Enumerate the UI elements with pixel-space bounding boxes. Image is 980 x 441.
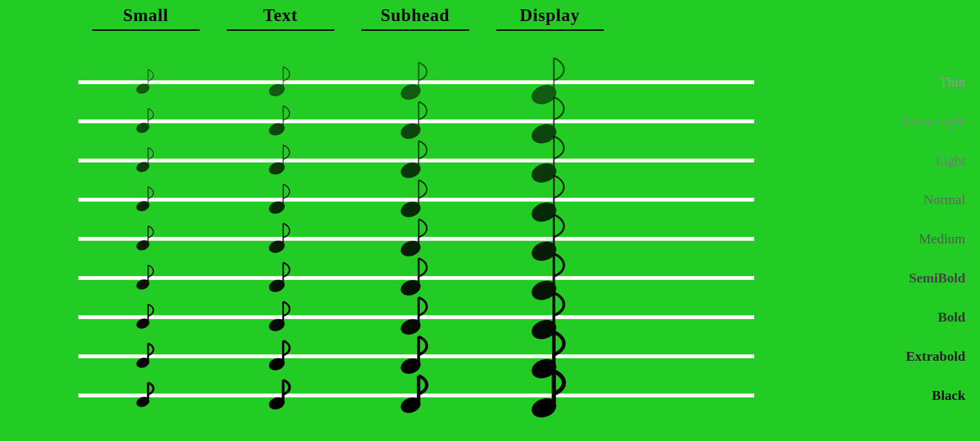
row-label-4: Medium	[903, 219, 965, 258]
row-label-6: Bold	[903, 298, 965, 337]
main-container: Small Text Subhead Display ThinExtra Lig…	[0, 0, 980, 441]
col-header-line-display	[496, 29, 604, 31]
cell-8-2	[348, 364, 482, 427]
col-header-small: Small	[78, 5, 213, 31]
note-glyph-8-3	[528, 364, 571, 427]
row-label-5: SemiBold	[903, 258, 965, 298]
cell-8-3	[482, 364, 617, 427]
col-header-label-text: Text	[213, 5, 348, 25]
cell-8-0	[78, 364, 213, 427]
row-label-7: Extrabold	[903, 337, 965, 376]
col-header-line-subhead	[361, 29, 469, 31]
column-headers: Small Text Subhead Display	[78, 5, 617, 31]
col-header-label-small: Small	[78, 5, 213, 25]
col-header-line-small	[92, 29, 200, 31]
row-labels: ThinExtra LightLightNormalMediumSemiBold…	[903, 63, 965, 415]
note-glyph-8-0	[135, 379, 157, 413]
col-header-label-display: Display	[482, 5, 617, 25]
note-glyph-8-1	[267, 375, 294, 416]
row-label-0: Thin	[903, 63, 965, 102]
col-header-label-subhead: Subhead	[348, 5, 482, 25]
grid-area	[78, 63, 754, 415]
row-label-8: Black	[903, 376, 965, 415]
row-label-1: Extra Light	[903, 102, 965, 141]
col-header-display: Display	[482, 5, 617, 31]
col-header-text: Text	[213, 5, 348, 31]
cell-8-1	[213, 364, 348, 427]
row-label-2: Light	[903, 141, 965, 180]
col-header-subhead: Subhead	[348, 5, 482, 31]
grid-row-8	[78, 376, 754, 415]
col-header-line-text	[227, 29, 335, 31]
note-glyph-8-2	[398, 370, 432, 421]
row-label-3: Normal	[903, 180, 965, 219]
row-cells-8	[78, 364, 754, 427]
